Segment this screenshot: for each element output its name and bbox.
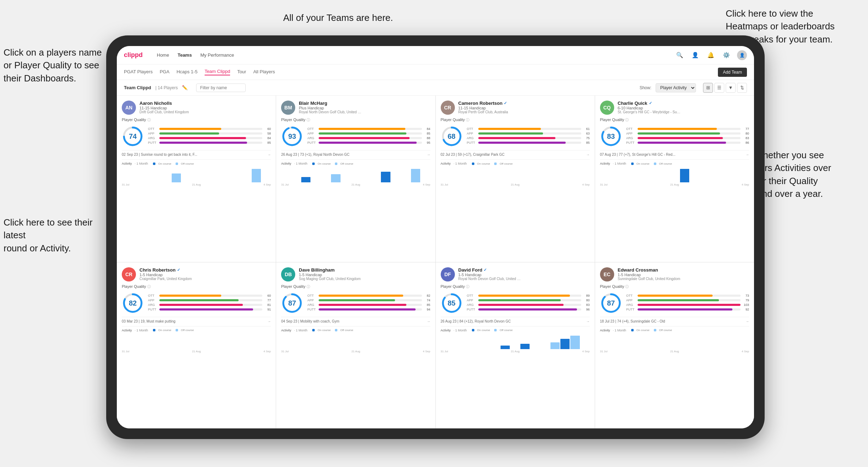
legend-on-dot — [153, 163, 155, 165]
latest-round[interactable]: 07 Aug 23 | 77 (+7), St George's Hill GC… — [600, 150, 749, 156]
stat-bar — [159, 132, 219, 135]
latest-round[interactable]: 26 Aug 23 | 84 (+12), Royal North Devon … — [441, 317, 590, 323]
player-card-p2[interactable]: BM Blair McHarg Plus Handicap Royal Nort… — [276, 96, 435, 262]
latest-round[interactable]: 18 Jul 23 | 74 (+4), Sunningdale GC - Ol… — [600, 317, 749, 323]
activity-period: · 1 Month — [453, 162, 467, 165]
player-name[interactable]: Charlie Quick ✓ — [618, 101, 749, 106]
stat-bar-wrap — [478, 299, 581, 301]
verified-icon: ✓ — [484, 268, 487, 272]
chart-date-3: 4 Sep — [742, 183, 749, 186]
chart-date-3: 4 Sep — [582, 350, 590, 353]
player-card-p3[interactable]: CR Cameron Robertson ✓ 11-15 Handicap Ro… — [436, 96, 595, 262]
stat-label: ARG — [148, 303, 158, 307]
chart-date-1: 31 Jul — [600, 350, 607, 353]
latest-round-text: 07 Aug 23 | 77 (+7), St George's Hill GC… — [600, 153, 675, 156]
search-icon[interactable]: 🔍 — [675, 50, 685, 60]
player-name[interactable]: Dave Billingham — [299, 267, 430, 273]
activity-period: · 1 Month — [613, 162, 626, 165]
latest-round[interactable]: 26 Aug 23 | 73 (+1), Royal North Devon G… — [281, 150, 430, 156]
chart-date-1: 31 Jul — [122, 183, 129, 186]
score-number: 83 — [607, 132, 615, 141]
stat-value: 80 — [742, 132, 749, 135]
player-card-p6[interactable]: DB Dave Billingham 1-5 Handicap Sog Magi… — [276, 262, 435, 429]
chart-area: 31 Jul 21 Aug 4 Sep — [122, 334, 271, 353]
player-name[interactable]: Blair McHarg — [299, 101, 430, 106]
activity-title: Activity — [122, 162, 132, 165]
player-card-p5[interactable]: CR Chris Robertson ✓ 1-5 Handicap Craigm… — [117, 262, 276, 429]
user-avatar-btn[interactable]: 👤 — [737, 50, 747, 60]
show-select[interactable]: Player Activity Quality Trend — [656, 83, 696, 92]
subnav-all-players[interactable]: All Players — [253, 69, 275, 75]
player-name[interactable]: Edward Crossman — [618, 267, 749, 273]
subnav-hcaps[interactable]: Hcaps 1-5 — [177, 69, 198, 75]
subnav-tour[interactable]: Tour — [237, 69, 246, 75]
stat-row-arg: ARG 75 — [467, 136, 590, 140]
quality-row[interactable]: 68 OTT 61 APP 63 ARG — [441, 125, 590, 147]
chart-area: 31 Jul 21 Aug 4 Sep — [122, 167, 271, 186]
filter-input[interactable] — [196, 84, 246, 92]
activity-section: Activity · 1 Month On course Off course … — [122, 326, 271, 353]
add-team-button[interactable]: Add Team — [718, 68, 747, 77]
activity-period: · 1 Month — [294, 329, 308, 332]
latest-round[interactable]: 02 Jul 23 | 59 (+17), Craigmillar Park G… — [441, 150, 590, 156]
subnav-pga[interactable]: PGA — [160, 69, 169, 75]
subnav-pgat[interactable]: PGAT Players — [124, 69, 153, 75]
score-circle: 83 — [600, 125, 622, 147]
settings-icon[interactable]: ⚙️ — [721, 50, 731, 60]
round-arrow-icon: → — [267, 153, 271, 156]
latest-round[interactable]: 04 Sep 23 | Mobility with coach, Gym → — [281, 317, 430, 323]
stat-label: ARG — [626, 136, 636, 140]
player-name[interactable]: Chris Robertson ✓ — [139, 267, 271, 273]
player-card-p4[interactable]: CQ Charlie Quick ✓ 6-10 Handicap St. Geo… — [595, 96, 754, 262]
chart-labels: 31 Jul 21 Aug 4 Sep — [600, 182, 749, 186]
quality-row[interactable]: 85 OTT 89 APP 80 ARG — [441, 292, 590, 314]
latest-round[interactable]: 03 Mar 23 | 19, Must make putting → — [122, 317, 271, 323]
player-name[interactable]: Aaron Nicholls — [139, 101, 271, 106]
grid-view-button[interactable]: ⊞ — [703, 83, 713, 93]
stat-row-ott: OTT 84 — [307, 127, 430, 131]
ipad-frame: clippd Home Teams My Performance 🔍 👤 🔔 ⚙… — [106, 35, 765, 439]
stat-bar — [638, 137, 723, 139]
player-card-p1[interactable]: AN Aaron Nicholls 11-15 Handicap Drift G… — [117, 96, 276, 262]
player-card-p8[interactable]: EC Edward Crossman 1-5 Handicap Sunningd… — [595, 262, 754, 429]
latest-round[interactable]: 02 Sep 23 | Sunrise round to get back in… — [122, 150, 271, 156]
stat-label: PUTT — [467, 141, 477, 144]
sort-view-button[interactable]: ⇅ — [737, 83, 747, 93]
player-avatar: AN — [122, 101, 136, 115]
bell-icon[interactable]: 🔔 — [706, 50, 716, 60]
stat-bar-wrap — [478, 295, 581, 297]
quality-row[interactable]: 87 OTT 82 APP 74 ARG — [281, 292, 430, 314]
filter-view-button[interactable]: ▼ — [726, 83, 736, 93]
player-name[interactable]: David Ford ✓ — [458, 267, 590, 273]
chart-date-1: 31 Jul — [281, 350, 289, 353]
quality-row[interactable]: 74 OTT 60 APP 58 ARG — [122, 125, 271, 147]
quality-row[interactable]: 87 OTT 73 APP 79 ARG — [600, 292, 749, 314]
list-view-button[interactable]: ☰ — [714, 83, 724, 93]
player-card-p7[interactable]: DF David Ford ✓ 1-5 Handicap Royal North… — [436, 262, 595, 429]
nav-teams[interactable]: Teams — [178, 52, 192, 58]
stat-bar — [478, 132, 543, 135]
quality-row[interactable]: 93 OTT 84 APP 85 ARG — [281, 125, 430, 147]
stat-bar-wrap — [638, 137, 741, 139]
chart-date-2: 21 Aug — [192, 350, 201, 353]
player-name[interactable]: Cameron Robertson ✓ — [458, 101, 590, 106]
stat-label: ARG — [307, 303, 317, 307]
edit-icon[interactable]: ✏️ — [182, 85, 188, 90]
chart-bars — [441, 167, 590, 182]
quality-row[interactable]: 82 OTT 60 APP 77 ARG — [122, 292, 271, 314]
subnav-team-clippd[interactable]: Team Clippd — [205, 69, 230, 75]
round-arrow-icon: → — [427, 153, 430, 156]
stat-row-ott: OTT 73 — [626, 294, 749, 297]
stat-bar-wrap — [319, 295, 422, 297]
quality-label: Player Quality ⓘ — [441, 118, 590, 123]
quality-row[interactable]: 83 OTT 77 APP 80 ARG — [600, 125, 749, 147]
chart-date-2: 21 Aug — [511, 350, 520, 353]
nav-home[interactable]: Home — [157, 52, 169, 58]
nav-my-performance[interactable]: My Performance — [200, 52, 234, 58]
profile-icon[interactable]: 👤 — [690, 50, 700, 60]
stat-bar-wrap — [159, 128, 262, 130]
latest-round-text: 02 Sep 23 | Sunrise round to get back in… — [122, 153, 197, 156]
stat-bar — [478, 299, 561, 301]
activity-title: Activity — [281, 329, 291, 332]
stat-bar — [319, 299, 395, 301]
